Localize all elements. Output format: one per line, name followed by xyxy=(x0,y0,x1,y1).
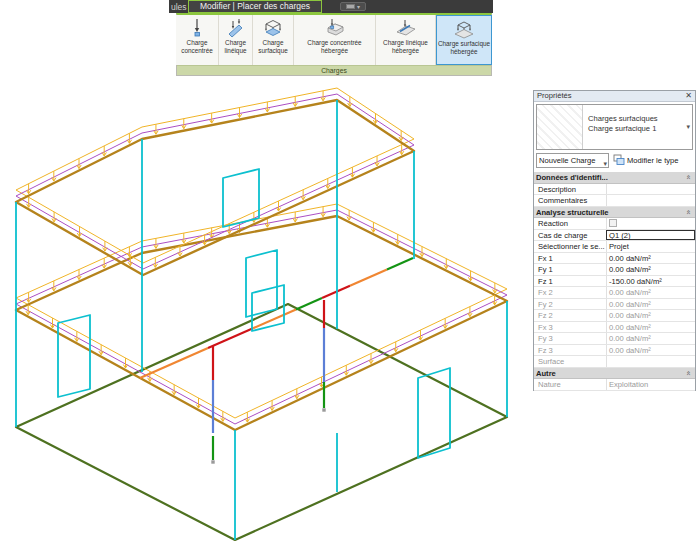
new-load-combobox[interactable]: Nouvelle Charge ▾ xyxy=(536,153,609,168)
property-label: Fz 2 xyxy=(534,310,606,321)
button-charge-surfacique[interactable]: Charge surfacique xyxy=(253,15,294,65)
line-load-icon xyxy=(227,17,245,39)
section-header[interactable]: Analyse structurelle« xyxy=(534,207,695,219)
property-label: Fy 1 xyxy=(534,264,606,275)
wall-opening[interactable] xyxy=(58,315,90,397)
ribbon-panel-title[interactable]: Charges xyxy=(177,65,491,75)
section-label: Analyse structurelle xyxy=(534,207,683,218)
property-row: Fz 20.00 daN/m² xyxy=(534,310,695,322)
type-name: Charge surfacique 1 xyxy=(588,124,683,134)
property-row: Fx 20.00 daN/m² xyxy=(534,287,695,299)
analytical-model-canvas[interactable] xyxy=(0,80,533,551)
properties-panel: Propriétés ✕ Charges surfaciques Charge … xyxy=(533,90,696,391)
property-value[interactable] xyxy=(606,218,695,229)
property-value[interactable]: Projet xyxy=(606,241,695,252)
button-label: Charge concentrée xyxy=(307,39,361,47)
ribbon-panel-icon xyxy=(346,4,355,9)
button-charge-concentree-hebergee[interactable]: Charge concentrée hébergée xyxy=(294,15,376,65)
load-arrow-icon xyxy=(182,233,186,243)
property-label: Surface xyxy=(534,356,606,367)
diagonal-beam-segment[interactable] xyxy=(296,298,322,309)
property-label: Fy 3 xyxy=(534,333,606,344)
button-label: surfacique xyxy=(258,47,288,55)
button-charge-concentree[interactable]: Charge concentrée xyxy=(176,15,219,65)
surface-load-icon xyxy=(263,17,283,39)
edit-type-label: Modifier le type xyxy=(627,156,679,165)
diagonal-beam-segment[interactable] xyxy=(322,286,350,298)
button-charge-lineique[interactable]: Charge linéique xyxy=(219,15,253,65)
property-value[interactable]: 0.00 daN/m² xyxy=(606,253,695,264)
property-label: Fz 3 xyxy=(534,345,606,356)
diagonal-beam-segment[interactable] xyxy=(140,348,208,378)
property-value[interactable]: -150.00 daN/m² xyxy=(606,276,695,287)
point-load-icon xyxy=(188,17,206,39)
property-row: Fy 30.00 daN/m² xyxy=(534,333,695,345)
edit-type-icon xyxy=(613,154,625,168)
close-icon[interactable]: ✕ xyxy=(685,91,692,101)
chevron-down-icon[interactable]: ▾ xyxy=(686,123,690,131)
analytical-node xyxy=(322,408,325,411)
section-label: Données d'identifi... xyxy=(534,172,683,183)
chevron-down-icon: ▾ xyxy=(603,157,607,168)
edit-type-button[interactable]: Modifier le type xyxy=(613,153,695,168)
button-label: linéique xyxy=(224,47,246,55)
ribbon-display-toggle[interactable]: ▾ xyxy=(340,2,366,11)
button-label: hébergée xyxy=(450,48,477,56)
property-value xyxy=(606,356,695,367)
property-row: Fx 30.00 daN/m² xyxy=(534,322,695,334)
property-label: Réaction xyxy=(534,218,606,229)
load-arrow-icon xyxy=(293,96,297,106)
property-label: Fz 1 xyxy=(534,276,606,287)
hosted-surface-load-icon xyxy=(454,18,474,40)
type-preview-thumbnail xyxy=(537,105,583,149)
load-arrow-icon xyxy=(182,119,186,129)
property-label: Commentaires xyxy=(534,195,606,206)
load-arrow-icon xyxy=(293,212,297,222)
type-family: Charges surfaciques xyxy=(588,114,683,124)
collapse-chevron-icon[interactable]: « xyxy=(684,171,695,183)
property-row: NatureExploitation xyxy=(534,379,695,391)
property-value: Exploitation xyxy=(606,379,695,390)
collapse-chevron-icon[interactable]: « xyxy=(684,206,695,218)
button-label: hébergée xyxy=(321,47,348,55)
property-value[interactable] xyxy=(606,184,695,195)
property-row: Surface xyxy=(534,356,695,368)
property-row: Description xyxy=(534,184,695,196)
property-row: Commentaires xyxy=(534,195,695,207)
property-value[interactable]: Q1 (2) xyxy=(606,230,695,241)
tab-modifier-placer-charges[interactable]: Modifier | Placer des charges xyxy=(188,0,322,13)
wall-opening[interactable] xyxy=(246,250,277,317)
type-selector[interactable]: Charges surfaciques Charge surfacique 1 … xyxy=(536,104,693,150)
properties-title: Propriétés xyxy=(534,91,695,102)
property-value[interactable] xyxy=(606,195,695,206)
property-row: Sélectionner le se...Projet xyxy=(534,241,695,253)
property-value[interactable]: 0.00 daN/m² xyxy=(606,264,695,275)
load-arrow-icon xyxy=(209,113,213,123)
diagonal-beam-segment[interactable] xyxy=(350,269,387,285)
new-load-value: Nouvelle Charge xyxy=(539,156,596,165)
button-label: Charge linéique xyxy=(383,39,428,47)
property-label: Cas de charge xyxy=(534,230,606,241)
checkbox[interactable] xyxy=(609,219,617,227)
property-row: Cas de chargeQ1 (2) xyxy=(534,230,695,242)
property-row: Fz 30.00 daN/m² xyxy=(534,345,695,357)
property-label: Fx 3 xyxy=(534,322,606,333)
diagonal-beam-segment[interactable] xyxy=(387,258,413,269)
type-selector-text: Charges surfaciques Charge surfacique 1 xyxy=(588,114,683,133)
collapse-chevron-icon[interactable]: « xyxy=(684,367,695,379)
property-label: Description xyxy=(534,184,606,195)
button-label: Charge surfacique xyxy=(438,40,490,48)
model-viewport[interactable] xyxy=(0,80,533,551)
section-header[interactable]: Autre« xyxy=(534,368,695,380)
property-value: 0.00 daN/m² xyxy=(606,345,695,356)
ribbon-buttons: Charge concentrée Charge linéique Charge… xyxy=(176,15,492,65)
property-value: 0.00 daN/m² xyxy=(606,287,695,298)
button-charge-lineique-hebergee[interactable]: Charge linéique hébergée xyxy=(376,15,436,65)
roof-level-beam[interactable] xyxy=(16,100,414,275)
button-charge-surfacique-hebergee[interactable]: Charge surfacique hébergée xyxy=(436,15,492,65)
section-header[interactable]: Données d'identifi...« xyxy=(534,172,695,184)
section-label: Autre xyxy=(534,368,683,379)
property-label: Nature xyxy=(534,379,606,390)
property-label: Fx 1 xyxy=(534,253,606,264)
tab-modules-partial[interactable]: ules xyxy=(171,1,187,13)
